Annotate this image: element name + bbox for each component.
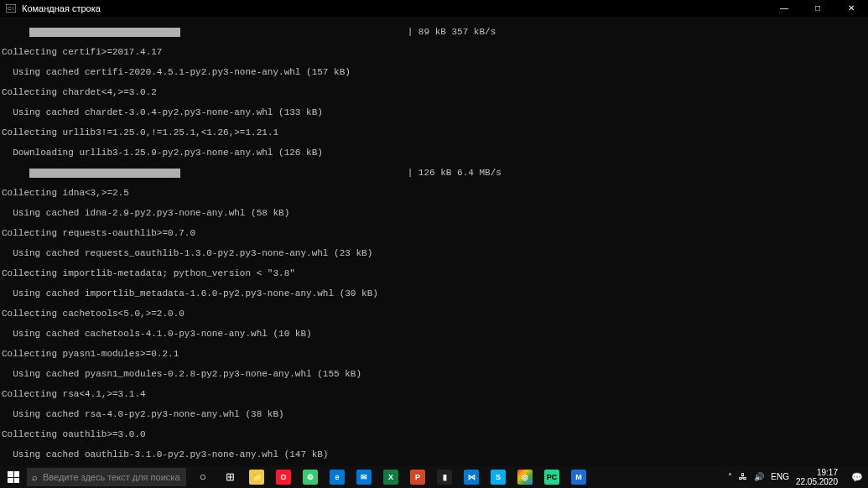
chrome-icon: ◎: [517, 470, 533, 485]
cortana-button[interactable]: ○: [190, 466, 216, 488]
time: 19:17: [796, 468, 838, 477]
output-line: Using cached requests_oauthlib-1.3.0-py2…: [2, 248, 866, 258]
chrome-button[interactable]: ◎: [512, 466, 538, 488]
close-button[interactable]: ✕: [834, 0, 868, 17]
edge-button[interactable]: e: [324, 466, 351, 488]
powerpoint-button[interactable]: P: [404, 466, 431, 488]
output-line: Collecting certifi>=2017.4.17: [2, 47, 866, 57]
search-box[interactable]: ⌕ Введите здесь текст для поиска: [27, 468, 186, 486]
explorer-button[interactable]: 📁: [243, 466, 270, 488]
folder-icon: 📁: [249, 470, 264, 485]
taskbar: ⌕ Введите здесь текст для поиска ○ ⊞ 📁 O…: [0, 466, 868, 488]
malwarebytes-icon: M: [571, 470, 586, 485]
powerpoint-icon: P: [410, 470, 425, 485]
output-line: Using cached importlib_metadata-1.6.0-py…: [2, 288, 866, 299]
tray-chevron-up-icon[interactable]: ˄: [728, 472, 732, 482]
network-icon[interactable]: 🖧: [739, 472, 747, 482]
output-line: Collecting rsa<4.1,>=3.1.4: [2, 389, 866, 399]
notification-icon: 💬: [851, 472, 863, 482]
output-line: Collecting urllib3!=1.25.0,!=1.25.1,<1.2…: [2, 127, 866, 138]
cmd-icon: ▮: [437, 470, 452, 485]
output-line: Collecting chardet<4,>=3.0.2: [2, 87, 866, 97]
excel-icon: X: [383, 470, 398, 485]
edge-icon: e: [330, 470, 345, 485]
titlebar[interactable]: C:\ Командная строка — □ ✕: [0, 0, 868, 17]
cortana-icon: ○: [200, 472, 206, 482]
skype-icon: S: [491, 470, 506, 485]
malwarebytes-button[interactable]: M: [565, 466, 592, 488]
start-button[interactable]: [0, 466, 27, 488]
output-line: Collecting cachetools<5.0,>=2.0.0: [2, 309, 866, 319]
output-line: Collecting oauthlib>=3.0.0: [2, 429, 866, 439]
skype-button[interactable]: S: [485, 466, 512, 488]
language-indicator[interactable]: ENG: [771, 472, 789, 482]
output-line: Collecting importlib-metadata; python_ve…: [2, 268, 866, 278]
progress-bar: [29, 28, 180, 37]
output-line: Collecting requests-oauthlib>=0.7.0: [2, 228, 866, 238]
output-line: Using cached certifi-2020.4.5.1-py2.py3-…: [2, 67, 866, 77]
pycharm-button[interactable]: PC: [538, 466, 565, 488]
output-line: Using cached chardet-3.0.4-py2.py3-none-…: [2, 107, 866, 117]
taskview-icon: ⊞: [226, 472, 235, 482]
mail-icon: ✉: [356, 470, 372, 485]
settings-button[interactable]: ⚙: [297, 466, 324, 488]
windows-icon: [8, 471, 19, 483]
progress-text: | 89 kB 357 kB/s: [180, 27, 496, 37]
cmd-icon: C:\: [5, 3, 17, 14]
window-title: Командная строка: [22, 3, 101, 13]
progress-text: | 126 kB 6.4 MB/s: [180, 168, 502, 178]
progress-bar: [29, 169, 180, 178]
taskview-button[interactable]: ⊞: [216, 466, 243, 488]
opera-button[interactable]: O: [270, 466, 297, 488]
output-line: Using cached oauthlib-3.1.0-py2.py3-none…: [2, 449, 866, 459]
output-line: Using cached pyasn1_modules-0.2.8-py2.py…: [2, 369, 866, 379]
output-line: Collecting idna<3,>=2.5: [2, 188, 866, 198]
search-placeholder: Введите здесь текст для поиска: [43, 472, 180, 482]
notification-button[interactable]: 💬: [846, 466, 868, 488]
system-tray: ˄ 🖧 🔊 ENG 19:17 22.05.2020: [723, 468, 846, 486]
output-line: Using cached idna-2.9-py2.py3-none-any.w…: [2, 208, 866, 218]
maximize-button[interactable]: □: [801, 0, 834, 17]
vscode-icon: ⋈: [464, 470, 479, 485]
excel-button[interactable]: X: [377, 466, 404, 488]
date: 22.05.2020: [796, 477, 838, 486]
terminal-output[interactable]: | 89 kB 357 kB/s Collecting certifi>=201…: [0, 17, 868, 488]
output-line: Using cached cachetools-4.1.0-py3-none-a…: [2, 329, 866, 339]
search-icon: ⌕: [32, 472, 38, 482]
gear-icon: ⚙: [303, 470, 318, 485]
pycharm-icon: PC: [544, 470, 559, 485]
minimize-button[interactable]: —: [767, 0, 801, 17]
cmd-button[interactable]: ▮: [431, 466, 458, 488]
mail-button[interactable]: ✉: [351, 466, 377, 488]
vscode-button[interactable]: ⋈: [458, 466, 485, 488]
opera-icon: O: [276, 470, 291, 485]
clock[interactable]: 19:17 22.05.2020: [796, 468, 841, 486]
output-line: Collecting pyasn1-modules>=0.2.1: [2, 349, 866, 359]
output-line: Downloading urllib3-1.25.9-py2.py3-none-…: [2, 148, 866, 158]
output-line: Using cached rsa-4.0-py2.py3-none-any.wh…: [2, 409, 866, 419]
svg-text:C:\: C:\: [8, 6, 14, 11]
volume-icon[interactable]: 🔊: [754, 472, 764, 482]
